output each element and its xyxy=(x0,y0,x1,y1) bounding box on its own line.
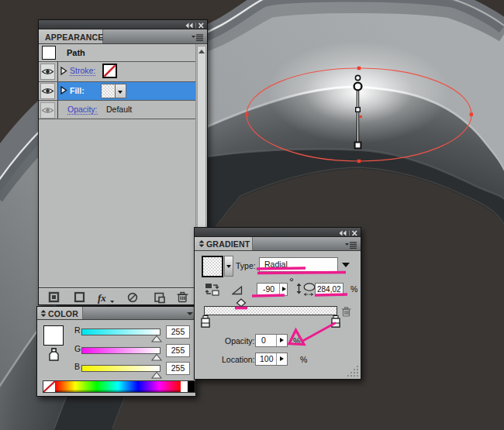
svg-text:fx: fx xyxy=(98,292,106,304)
